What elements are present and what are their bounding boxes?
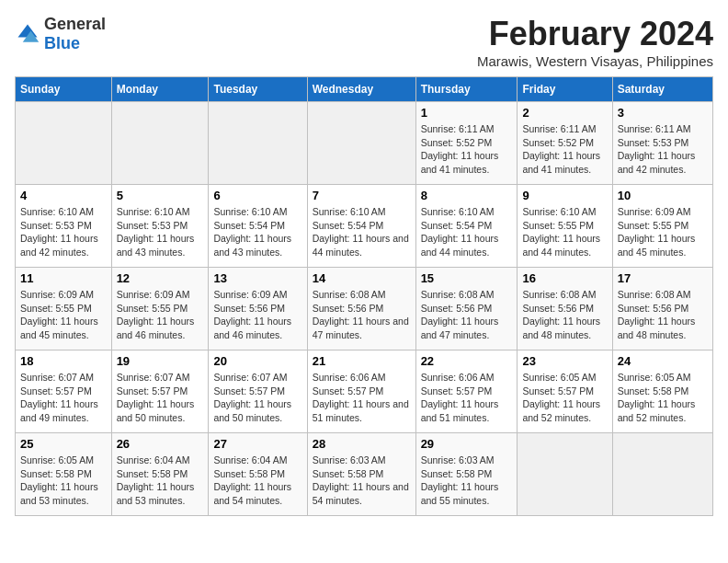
day-info: Sunrise: 6:09 AM Sunset: 5:55 PM Dayligh…	[618, 205, 708, 259]
day-number: 22	[421, 354, 513, 368]
day-info: Sunrise: 6:06 AM Sunset: 5:57 PM Dayligh…	[421, 371, 513, 425]
day-number: 12	[117, 271, 204, 285]
day-number: 8	[421, 189, 513, 202]
day-info: Sunrise: 6:05 AM Sunset: 5:58 PM Dayligh…	[20, 454, 107, 508]
calendar-cell: 24Sunrise: 6:05 AM Sunset: 5:58 PM Dayli…	[612, 350, 712, 433]
logo-icon	[15, 21, 40, 47]
day-info: Sunrise: 6:07 AM Sunset: 5:57 PM Dayligh…	[117, 371, 204, 425]
month-title: February 2024	[477, 15, 713, 53]
day-info: Sunrise: 6:08 AM Sunset: 5:56 PM Dayligh…	[421, 288, 513, 342]
calendar-cell: 22Sunrise: 6:06 AM Sunset: 5:57 PM Dayli…	[415, 350, 518, 433]
col-header-wednesday: Wednesday	[307, 77, 415, 102]
day-number: 28	[313, 437, 411, 451]
calendar-cell: 28Sunrise: 6:03 AM Sunset: 5:58 PM Dayli…	[307, 433, 415, 516]
day-number: 21	[313, 354, 411, 368]
day-number: 16	[522, 271, 607, 285]
day-number: 18	[20, 354, 107, 368]
calendar-cell: 5Sunrise: 6:10 AM Sunset: 5:53 PM Daylig…	[111, 185, 209, 268]
col-header-saturday: Saturday	[612, 77, 712, 102]
day-info: Sunrise: 6:03 AM Sunset: 5:58 PM Dayligh…	[313, 454, 411, 508]
day-number: 29	[421, 437, 513, 451]
day-number: 1	[421, 106, 513, 120]
calendar-cell: 4Sunrise: 6:10 AM Sunset: 5:53 PM Daylig…	[16, 185, 112, 268]
logo: General Blue	[15, 15, 106, 53]
day-number: 3	[618, 106, 708, 120]
calendar-cell	[111, 102, 209, 185]
day-info: Sunrise: 6:10 AM Sunset: 5:54 PM Dayligh…	[421, 205, 513, 259]
calendar-cell: 21Sunrise: 6:06 AM Sunset: 5:57 PM Dayli…	[307, 350, 415, 433]
calendar-cell: 7Sunrise: 6:10 AM Sunset: 5:54 PM Daylig…	[307, 185, 415, 268]
day-info: Sunrise: 6:06 AM Sunset: 5:57 PM Dayligh…	[313, 371, 411, 425]
calendar-cell: 13Sunrise: 6:09 AM Sunset: 5:56 PM Dayli…	[209, 268, 307, 350]
calendar-cell: 19Sunrise: 6:07 AM Sunset: 5:57 PM Dayli…	[111, 350, 209, 433]
day-info: Sunrise: 6:04 AM Sunset: 5:58 PM Dayligh…	[117, 454, 204, 508]
day-info: Sunrise: 6:08 AM Sunset: 5:56 PM Dayligh…	[618, 288, 708, 342]
calendar-cell: 2Sunrise: 6:11 AM Sunset: 5:52 PM Daylig…	[518, 102, 612, 185]
day-info: Sunrise: 6:10 AM Sunset: 5:54 PM Dayligh…	[213, 205, 301, 259]
day-info: Sunrise: 6:07 AM Sunset: 5:57 PM Dayligh…	[20, 371, 107, 425]
calendar-cell: 3Sunrise: 6:11 AM Sunset: 5:53 PM Daylig…	[612, 102, 712, 185]
day-info: Sunrise: 6:07 AM Sunset: 5:57 PM Dayligh…	[213, 371, 301, 425]
day-info: Sunrise: 6:09 AM Sunset: 5:55 PM Dayligh…	[20, 288, 107, 342]
calendar-cell: 23Sunrise: 6:05 AM Sunset: 5:57 PM Dayli…	[518, 350, 612, 433]
calendar-cell: 11Sunrise: 6:09 AM Sunset: 5:55 PM Dayli…	[16, 268, 112, 350]
calendar-cell: 27Sunrise: 6:04 AM Sunset: 5:58 PM Dayli…	[209, 433, 307, 516]
day-info: Sunrise: 6:03 AM Sunset: 5:58 PM Dayligh…	[421, 454, 513, 508]
calendar-cell	[518, 433, 612, 516]
day-info: Sunrise: 6:10 AM Sunset: 5:55 PM Dayligh…	[522, 205, 607, 259]
col-header-thursday: Thursday	[415, 77, 518, 102]
day-number: 20	[213, 354, 301, 368]
calendar-cell: 15Sunrise: 6:08 AM Sunset: 5:56 PM Dayli…	[415, 268, 518, 350]
day-number: 6	[213, 189, 301, 202]
calendar-cell: 16Sunrise: 6:08 AM Sunset: 5:56 PM Dayli…	[518, 268, 612, 350]
calendar-cell: 12Sunrise: 6:09 AM Sunset: 5:55 PM Dayli…	[111, 268, 209, 350]
day-info: Sunrise: 6:04 AM Sunset: 5:58 PM Dayligh…	[213, 454, 301, 508]
col-header-tuesday: Tuesday	[209, 77, 307, 102]
day-number: 13	[213, 271, 301, 285]
day-info: Sunrise: 6:05 AM Sunset: 5:57 PM Dayligh…	[522, 371, 607, 425]
day-number: 5	[117, 189, 204, 202]
day-number: 2	[522, 106, 607, 120]
day-info: Sunrise: 6:09 AM Sunset: 5:55 PM Dayligh…	[117, 288, 204, 342]
day-info: Sunrise: 6:10 AM Sunset: 5:53 PM Dayligh…	[20, 205, 107, 259]
calendar-cell: 26Sunrise: 6:04 AM Sunset: 5:58 PM Dayli…	[111, 433, 209, 516]
calendar-cell	[209, 102, 307, 185]
calendar-cell	[307, 102, 415, 185]
day-info: Sunrise: 6:08 AM Sunset: 5:56 PM Dayligh…	[522, 288, 607, 342]
day-number: 10	[618, 189, 708, 202]
day-number: 9	[522, 189, 607, 202]
calendar-cell: 6Sunrise: 6:10 AM Sunset: 5:54 PM Daylig…	[209, 185, 307, 268]
day-info: Sunrise: 6:09 AM Sunset: 5:56 PM Dayligh…	[213, 288, 301, 342]
calendar-cell	[612, 433, 712, 516]
day-info: Sunrise: 6:10 AM Sunset: 5:54 PM Dayligh…	[313, 205, 411, 259]
day-number: 26	[117, 437, 204, 451]
day-number: 4	[20, 189, 107, 202]
calendar-cell: 18Sunrise: 6:07 AM Sunset: 5:57 PM Dayli…	[16, 350, 112, 433]
day-number: 19	[117, 354, 204, 368]
calendar-cell: 29Sunrise: 6:03 AM Sunset: 5:58 PM Dayli…	[415, 433, 518, 516]
calendar-cell	[16, 102, 112, 185]
day-number: 15	[421, 271, 513, 285]
day-info: Sunrise: 6:11 AM Sunset: 5:52 PM Dayligh…	[522, 122, 607, 177]
col-header-sunday: Sunday	[16, 77, 112, 102]
title-block: February 2024 Marawis, Western Visayas, …	[477, 15, 713, 69]
day-info: Sunrise: 6:05 AM Sunset: 5:58 PM Dayligh…	[618, 371, 708, 425]
calendar-table: SundayMondayTuesdayWednesdayThursdayFrid…	[15, 76, 713, 516]
calendar-cell: 1Sunrise: 6:11 AM Sunset: 5:52 PM Daylig…	[415, 102, 518, 185]
calendar-cell: 10Sunrise: 6:09 AM Sunset: 5:55 PM Dayli…	[612, 185, 712, 268]
day-number: 27	[213, 437, 301, 451]
col-header-friday: Friday	[518, 77, 612, 102]
day-number: 23	[522, 354, 607, 368]
day-info: Sunrise: 6:11 AM Sunset: 5:52 PM Dayligh…	[421, 122, 513, 177]
page-header: General Blue February 2024 Marawis, West…	[15, 15, 713, 69]
logo-text: General Blue	[44, 15, 106, 53]
col-header-monday: Monday	[111, 77, 209, 102]
calendar-cell: 20Sunrise: 6:07 AM Sunset: 5:57 PM Dayli…	[209, 350, 307, 433]
calendar-cell: 14Sunrise: 6:08 AM Sunset: 5:56 PM Dayli…	[307, 268, 415, 350]
calendar-cell: 9Sunrise: 6:10 AM Sunset: 5:55 PM Daylig…	[518, 185, 612, 268]
day-number: 24	[618, 354, 708, 368]
day-number: 11	[20, 271, 107, 285]
day-number: 14	[313, 271, 411, 285]
calendar-cell: 25Sunrise: 6:05 AM Sunset: 5:58 PM Dayli…	[16, 433, 112, 516]
day-info: Sunrise: 6:10 AM Sunset: 5:53 PM Dayligh…	[117, 205, 204, 259]
